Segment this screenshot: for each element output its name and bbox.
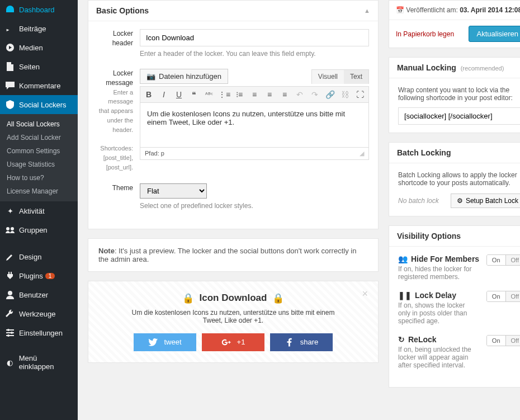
pin-icon	[4, 23, 16, 34]
wrench-icon	[4, 308, 16, 319]
batch-desc: Batch Locking allows to apply the locker…	[398, 171, 520, 187]
visibility-panel: Visibility Options ▲ 👥Hide For Members I…	[389, 225, 520, 388]
svg-point-3	[7, 329, 10, 331]
align-left-icon[interactable]: ≡	[248, 88, 261, 101]
batch-locking-panel: Batch Locking ▲ Batch Locking allows to …	[389, 142, 520, 216]
collapse-icon: ◐	[4, 357, 16, 368]
gear-icon: ⚙	[457, 197, 463, 205]
lock-icon: 🔒	[182, 292, 194, 304]
menu-comments[interactable]: Kommentare	[0, 76, 78, 95]
opt-title: Hide For Members	[411, 254, 479, 263]
theme-select[interactable]: Flat	[140, 183, 207, 199]
note-text: : It's just a preview. The locker and th…	[98, 247, 356, 263]
chevron-up-icon[interactable]: ▲	[364, 7, 370, 14]
ul-icon[interactable]: ⋮≡	[218, 88, 231, 101]
menu-activity[interactable]: ✦Aktivität	[0, 201, 78, 220]
submenu-add[interactable]: Add Social Locker	[0, 131, 78, 144]
italic-icon[interactable]: I	[157, 88, 171, 101]
tab-text[interactable]: Text	[344, 70, 368, 84]
menu-groups[interactable]: Gruppen	[0, 220, 78, 239]
message-editor[interactable]: Um die kostenlosen Icons zu nutzen, unte…	[140, 103, 369, 148]
preview-title: 🔒 Icon Download 🔒	[100, 292, 367, 304]
editor-toolbar: B I U ❝ ᴬᴮᶜ ⋮≡ ⁝≡ ≡ ≡ ≡ ↶ ↷ 🔗	[140, 86, 369, 103]
page-icon	[4, 61, 16, 72]
update-button[interactable]: Aktualisieren	[469, 26, 520, 42]
reload-icon: ↻	[398, 335, 405, 344]
panel-title: Manual Locking (recommended)	[397, 63, 504, 72]
shield-icon	[4, 99, 16, 110]
fullscreen-icon[interactable]: ⛶	[353, 88, 367, 101]
twitter-icon	[148, 337, 158, 347]
publish-panel: 📅 Veröffentlicht am: 03. April 2014 12:0…	[389, 0, 520, 48]
panel-title: Batch Locking	[397, 148, 451, 157]
plus-one-button[interactable]: +1	[202, 333, 264, 351]
tweet-button[interactable]: tweet	[134, 333, 196, 351]
menu-pages[interactable]: Seiten	[0, 57, 78, 76]
theme-desc: Select one of predefined locker styles.	[140, 202, 369, 210]
menu-posts[interactable]: Beiträge	[0, 19, 78, 38]
menu-media[interactable]: Medien	[0, 38, 78, 57]
panel-title: Basic Options	[96, 6, 149, 15]
strike-icon[interactable]: ᴬᴮᶜ	[202, 88, 216, 101]
hide-members-toggle[interactable]: OnOff	[486, 254, 520, 266]
calendar-icon: 📅	[396, 6, 404, 14]
submenu-common[interactable]: Common Settings	[0, 144, 78, 158]
gplus-icon	[221, 337, 231, 347]
opt-desc: If on, hides the locker for registered m…	[398, 265, 476, 281]
shortcode-field[interactable]	[398, 107, 520, 125]
share-button[interactable]: share	[270, 333, 333, 351]
basic-options-panel: Basic Options ▲ Locker header Enter a he…	[88, 0, 379, 229]
align-center-icon[interactable]: ≡	[263, 88, 276, 101]
undo-icon[interactable]: ↶	[293, 88, 306, 101]
locker-header-input[interactable]	[140, 29, 369, 46]
message-label: Locker message Enter a message that appe…	[97, 69, 140, 172]
panel-header[interactable]: Basic Options ▲	[88, 1, 378, 21]
menu-social-lockers[interactable]: Social Lockers	[0, 95, 78, 114]
manual-desc: Wrap content you want to lock via the fo…	[398, 86, 520, 102]
unlink-icon[interactable]: ⛓	[338, 88, 352, 101]
submenu-license[interactable]: License Manager	[0, 185, 78, 198]
ol-icon[interactable]: ⁝≡	[233, 88, 246, 101]
comment-icon	[4, 80, 16, 91]
lock-delay-toggle[interactable]: OnOff	[486, 291, 520, 302]
submenu-usage[interactable]: Usage Statistics	[0, 158, 78, 171]
menu-tools[interactable]: Werkzeuge	[0, 304, 78, 323]
preview-message: Um die kostenlosen Icons zu nutzen, unte…	[121, 309, 345, 324]
add-media-button[interactable]: 📷Dateien hinzufügen	[140, 69, 228, 84]
menu-users[interactable]: Benutzer	[0, 285, 78, 304]
lock-icon: 🔒	[272, 292, 284, 304]
sliders-icon	[4, 327, 16, 338]
submenu-all[interactable]: All Social Lockers	[0, 117, 78, 131]
svg-point-5	[7, 334, 10, 337]
panel-header[interactable]: Batch Locking ▲	[389, 143, 520, 163]
trash-link[interactable]: In Papierkorb legen	[396, 30, 454, 38]
menu-collapse[interactable]: ◐Menü einklappen	[0, 350, 78, 375]
panel-header[interactable]: Manual Locking (recommended) ▲	[389, 58, 520, 78]
tab-visual[interactable]: Visuell	[312, 70, 344, 84]
members-icon: 👥	[398, 254, 408, 263]
bold-icon[interactable]: B	[142, 88, 155, 101]
close-icon[interactable]: ×	[362, 288, 368, 300]
batch-status: No batch lock	[398, 197, 439, 205]
manual-locking-panel: Manual Locking (recommended) ▲ Wrap cont…	[389, 57, 520, 133]
menu-design[interactable]: Design	[0, 247, 78, 266]
menu-settings[interactable]: Einstellungen	[0, 323, 78, 342]
facebook-icon	[285, 337, 295, 347]
menu-dashboard[interactable]: Dashboard	[0, 0, 78, 19]
media-icon	[4, 42, 16, 53]
align-right-icon[interactable]: ≡	[278, 88, 291, 101]
pause-icon: ❚❚	[398, 291, 412, 300]
setup-batch-button[interactable]: ⚙Setup Batch Lock	[451, 194, 520, 208]
plug-icon	[4, 270, 16, 281]
link-icon[interactable]: 🔗	[323, 88, 337, 101]
note-panel: Note: It's just a preview. The locker an…	[88, 238, 379, 272]
user-icon	[4, 289, 16, 300]
panel-header[interactable]: Visibility Options ▲	[389, 226, 520, 247]
menu-plugins[interactable]: Plugins1	[0, 266, 78, 285]
submenu-howto[interactable]: How to use?	[0, 171, 78, 185]
underline-icon[interactable]: U	[172, 88, 186, 101]
quote-icon[interactable]: ❝	[187, 88, 201, 101]
resize-handle[interactable]: ◢	[360, 150, 364, 157]
redo-icon[interactable]: ↷	[308, 88, 322, 101]
relock-toggle[interactable]: OnOff	[486, 335, 520, 346]
